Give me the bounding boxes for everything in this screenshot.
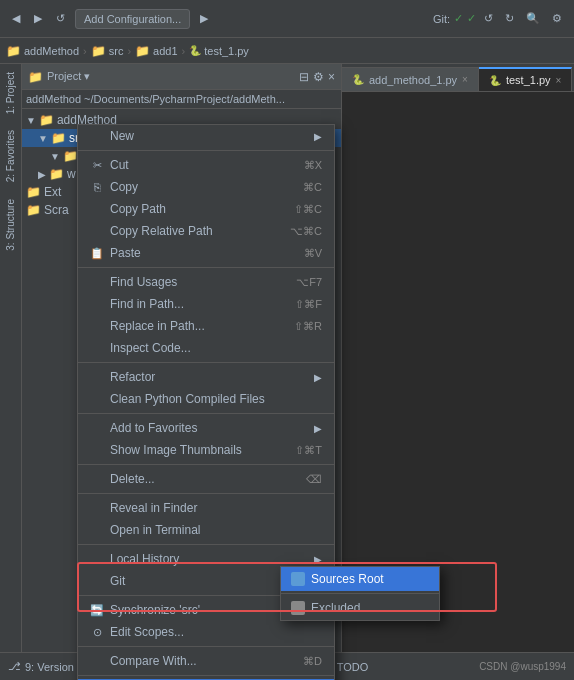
submenu-item-excluded[interactable]: Excluded xyxy=(281,596,439,620)
git-check-icon: ✓ xyxy=(454,12,463,25)
menu-divider-7 xyxy=(78,544,334,545)
settings-toolbar-button[interactable]: ⚙ xyxy=(548,10,566,27)
src-folder-icon: 📁 xyxy=(51,131,66,145)
arrow-v-icon: ▼ xyxy=(50,151,60,162)
copy-shortcut: ⌘C xyxy=(303,181,322,194)
breadcrumb-src[interactable]: 📁 src xyxy=(91,44,124,58)
folder-icon: 📁 xyxy=(6,44,21,58)
menu-item-delete[interactable]: Delete... ⌫ xyxy=(78,468,334,490)
tab2-close-icon[interactable]: × xyxy=(556,75,562,86)
arrow-src-icon: ▼ xyxy=(38,133,48,144)
close-panel-icon[interactable]: × xyxy=(328,70,335,84)
right-content: 🐍 add_method_1.py × 🐍 test_1.py × xyxy=(342,64,574,652)
forward-button[interactable]: ▶ xyxy=(30,10,46,27)
breadcrumb-add1[interactable]: 📁 add1 xyxy=(135,44,177,58)
refactor-arrow-icon: ▶ xyxy=(314,372,322,383)
tab-add-method[interactable]: 🐍 add_method_1.py × xyxy=(342,67,479,91)
redo-button[interactable]: ↻ xyxy=(501,10,518,27)
main-layout: 1: Project 2: Favorites 3: Structure 📁 P… xyxy=(0,64,574,652)
menu-item-compare-with[interactable]: Compare With... ⌘D xyxy=(78,650,334,672)
git-area: Git: ✓ ✓ ↺ ↻ 🔍 ⚙ xyxy=(433,10,566,27)
find-usages-shortcut: ⌥F7 xyxy=(296,276,322,289)
breadcrumb-test1[interactable]: 🐍 test_1.py xyxy=(189,45,249,57)
run-button[interactable]: ▶ xyxy=(196,10,212,27)
excluded-icon xyxy=(291,601,305,615)
cut-shortcut: ⌘X xyxy=(304,159,322,172)
vc-icon: ⎇ xyxy=(8,660,21,673)
breadcrumb-label-4: test_1.py xyxy=(204,45,249,57)
tree-label-w: w xyxy=(67,167,76,181)
project-header-icons: ⊟ ⚙ × xyxy=(299,70,335,84)
search-toolbar-button[interactable]: 🔍 xyxy=(522,10,544,27)
menu-item-edit-scopes[interactable]: ⊙Edit Scopes... xyxy=(78,621,334,643)
menu-divider-5 xyxy=(78,464,334,465)
submenu-item-sources-root[interactable]: Sources Root xyxy=(281,567,439,591)
menu-item-copy-relative[interactable]: Copy Relative Path ⌥⌘C xyxy=(78,220,334,242)
compare-shortcut: ⌘D xyxy=(303,655,322,668)
favorites-arrow-icon: ▶ xyxy=(314,423,322,434)
tab1-label: add_method_1.py xyxy=(369,74,457,86)
menu-divider-9 xyxy=(78,646,334,647)
tab2-label: test_1.py xyxy=(506,74,551,86)
v-folder-icon: 📁 xyxy=(63,149,78,163)
menu-item-inspect-code[interactable]: Inspect Code... xyxy=(78,337,334,359)
tree-label-ext: Ext xyxy=(44,185,61,199)
paste-shortcut: ⌘V xyxy=(304,247,322,260)
py-tab1-icon: 🐍 xyxy=(352,74,364,85)
arrow-w-icon: ▶ xyxy=(38,169,46,180)
menu-divider-6 xyxy=(78,493,334,494)
delete-shortcut: ⌫ xyxy=(306,473,322,486)
menu-item-cut[interactable]: ✂Cut ⌘X xyxy=(78,154,334,176)
menu-item-find-usages[interactable]: Find Usages ⌥F7 xyxy=(78,271,334,293)
local-history-arrow-icon: ▶ xyxy=(314,554,322,565)
project-path: addMethod ~/Documents/PycharmProject/add… xyxy=(22,90,341,109)
menu-item-refactor[interactable]: Refactor ▶ xyxy=(78,366,334,388)
git-check2-icon: ✓ xyxy=(467,12,476,25)
menu-divider-4 xyxy=(78,413,334,414)
menu-item-replace-path[interactable]: Replace in Path... ⇧⌘R xyxy=(78,315,334,337)
menu-divider-10 xyxy=(78,675,334,676)
folder-add1-icon: 📁 xyxy=(135,44,150,58)
add-config-button[interactable]: Add Configuration... xyxy=(75,9,190,29)
menu-item-paste[interactable]: 📋Paste ⌘V xyxy=(78,242,334,264)
menu-item-copy-path[interactable]: Copy Path ⇧⌘C xyxy=(78,198,334,220)
sidebar-item-structure[interactable]: 3: Structure xyxy=(2,191,19,259)
submenu-mark-directory: Sources Root Excluded xyxy=(280,566,440,621)
sources-root-label: Sources Root xyxy=(311,572,384,586)
git-label: Git: xyxy=(433,13,450,25)
folder-src-icon: 📁 xyxy=(91,44,106,58)
scopes-icon: ⊙ xyxy=(90,626,104,639)
breadcrumb-label-1: addMethod xyxy=(24,45,79,57)
breadcrumb-add-method[interactable]: 📁 addMethod xyxy=(6,44,79,58)
tab-test1[interactable]: 🐍 test_1.py × xyxy=(479,67,572,91)
menu-item-add-favorites[interactable]: Add to Favorites ▶ xyxy=(78,417,334,439)
scra-folder-icon: 📁 xyxy=(26,203,41,217)
project-panel: 📁 Project ▾ ⊟ ⚙ × addMethod ~/Documents/… xyxy=(22,64,342,652)
menu-item-reveal-finder[interactable]: Reveal in Finder xyxy=(78,497,334,519)
collapse-icon[interactable]: ⊟ xyxy=(299,70,309,84)
menu-item-show-thumbnails[interactable]: Show Image Thumbnails ⇧⌘T xyxy=(78,439,334,461)
breadcrumb-label-2: src xyxy=(109,45,124,57)
tree-label-scra: Scra xyxy=(44,203,69,217)
menu-item-find-path[interactable]: Find in Path... ⇧⌘F xyxy=(78,293,334,315)
project-title: Project ▾ xyxy=(47,70,90,83)
back-button[interactable]: ◀ xyxy=(8,10,24,27)
menu-item-copy[interactable]: ⎘Copy ⌘C xyxy=(78,176,334,198)
excluded-label: Excluded xyxy=(311,601,360,615)
menu-item-open-terminal[interactable]: Open in Terminal xyxy=(78,519,334,541)
undo-button[interactable]: ↺ xyxy=(480,10,497,27)
py-tab2-icon: 🐍 xyxy=(489,75,501,86)
refresh-button[interactable]: ↺ xyxy=(52,10,69,27)
settings-icon[interactable]: ⚙ xyxy=(313,70,324,84)
menu-item-clean-compiled[interactable]: Clean Python Compiled Files xyxy=(78,388,334,410)
sidebar-item-project[interactable]: 1: Project xyxy=(2,64,19,122)
sidebar-item-favorites[interactable]: 2: Favorites xyxy=(2,122,19,190)
left-side-tabs: 1: Project 2: Favorites 3: Structure xyxy=(0,64,22,652)
menu-item-new[interactable]: New ▶ xyxy=(78,125,334,147)
project-folder-icon: 📁 xyxy=(28,70,43,84)
sync-icon: 🔄 xyxy=(90,604,104,617)
status-right-text: CSDN @wusp1994 xyxy=(479,661,566,672)
submenu-divider xyxy=(281,593,439,594)
w-folder-icon: 📁 xyxy=(49,167,64,181)
tab1-close-icon[interactable]: × xyxy=(462,74,468,85)
